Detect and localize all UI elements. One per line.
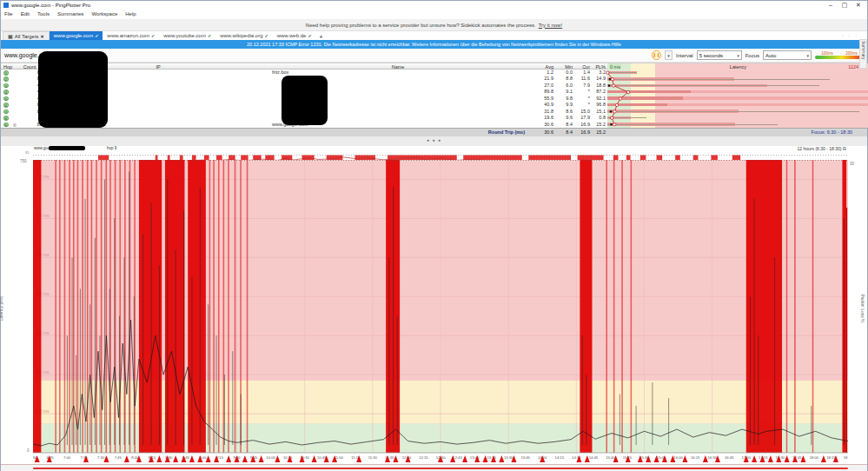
hop-pl: 15.2 [592, 122, 606, 128]
app-icon [3, 3, 9, 8]
y-axis-max: 750 [20, 159, 27, 163]
hop-min: 8.8 [555, 76, 573, 82]
splitter-handle[interactable]: ● ● ● [1, 136, 867, 146]
table-header: Hop Count IP Name Avg Min Cur PL% 0 ms L… [1, 63, 867, 70]
menu-workspace[interactable]: Workspace [91, 11, 117, 17]
footer-avg: 30.6 [524, 129, 553, 136]
hop-number-badge: 3 [3, 83, 9, 89]
hop-cur: 15.0 [574, 109, 590, 115]
hop-cur: 11.6 [574, 76, 590, 82]
y2-axis-label: Packet Loss % [859, 294, 865, 322]
hop-avg: 19.6 [524, 115, 553, 121]
latency-plot[interactable]: 100 ms200 ms300 ms400 ms500 ms600 ms700 … [33, 160, 848, 464]
hop-cur: 1.4 [574, 70, 590, 76]
interval-select[interactable]: 5 seconds ▾ [697, 50, 742, 60]
svg-text:16:00: 16:00 [673, 455, 683, 460]
footer-cur: 16.9 [574, 129, 590, 136]
hop-min: 9.6 [555, 115, 573, 121]
app-window: www.google.com - PingPlotter Pro – ▢ ✕ F… [0, 0, 868, 471]
hop-pl: 18.8 [592, 83, 606, 89]
focus-select[interactable]: Auto ▾ [763, 50, 812, 60]
hop-min: 6.0 [555, 83, 573, 89]
timeline-graph[interactable] [33, 151, 848, 160]
menu-edit[interactable]: Edit [21, 11, 30, 17]
hop-cur: * [574, 102, 590, 108]
svg-text:14:45: 14:45 [589, 455, 599, 460]
check-icon: ✔ [308, 33, 311, 38]
hop-pl: 96.8 [592, 102, 606, 108]
hop-number-badge: 7 [3, 109, 9, 115]
svg-text:16:15: 16:15 [691, 455, 700, 460]
svg-text:7:30: 7:30 [97, 455, 105, 460]
icmp-error-banner[interactable]: 20.12.2021 17:33 ICMP Error 1231: Die Ne… [1, 40, 867, 49]
svg-text:13:30: 13:30 [504, 455, 514, 460]
svg-text:10:00: 10:00 [266, 455, 275, 460]
timeline-ymax: 35 [25, 150, 29, 155]
try-it-now-link[interactable]: Try it now! [539, 23, 562, 28]
maximize-button[interactable]: ▢ [838, 1, 851, 10]
hop-number-badge: 4 [3, 90, 9, 95]
menu-file[interactable]: File [4, 11, 13, 17]
chevron-down-icon[interactable]: ▾ [665, 50, 673, 60]
gradient-bar [815, 56, 864, 59]
svg-text:14:15: 14:15 [555, 455, 565, 460]
hop-number-badge: 9 [3, 123, 9, 128]
close-icon[interactable]: ✕ [41, 34, 44, 39]
chevron-down-icon: ▾ [737, 53, 739, 58]
tab-all-targets[interactable]: ▦ All Targets ✕ [3, 31, 50, 40]
redaction-box-ip [38, 51, 108, 128]
menu-tools[interactable]: Tools [37, 11, 50, 17]
svg-text:7:45: 7:45 [115, 455, 123, 460]
hop-cur: 16.9 [574, 122, 590, 128]
hop-avg: 55.9 [524, 96, 553, 102]
check-icon: ✔ [95, 33, 98, 38]
hop-min: 9.8 [555, 96, 573, 102]
chevron-down-icon: ▾ [806, 53, 809, 58]
menu-help[interactable]: Help [125, 11, 136, 17]
hop-pl: 0.8 [592, 115, 606, 121]
svg-text:16:30: 16:30 [707, 455, 717, 460]
menu-summaries[interactable]: Summaries [57, 11, 83, 17]
pause-button[interactable]: ❚❚ [652, 50, 661, 60]
hop-number-badge: 5 [3, 96, 9, 102]
tab-wikipedia[interactable]: www.wikipedia.org ✔ [215, 31, 273, 40]
hop-pl: 92.1 [592, 96, 606, 102]
hop-avg: 27.0 [524, 83, 553, 89]
hop-pl: 14.9 [592, 76, 606, 82]
hop-cur: 17.9 [574, 115, 590, 121]
svg-text:12:45: 12:45 [453, 455, 462, 460]
footer-min: 8.4 [555, 129, 573, 136]
minimize-button[interactable]: – [824, 1, 838, 10]
hop-min: 8.4 [555, 122, 573, 128]
bottom-scrollbar[interactable] [1, 464, 867, 471]
close-button[interactable]: ✕ [851, 1, 865, 10]
redaction-box-timeline [49, 146, 85, 150]
svg-text:18:30: 18:30 [844, 455, 848, 460]
target-tab-bar: ▦ All Targets ✕ www.google.com ✔ www.ama… [1, 31, 867, 40]
y-axis-label: Latency (ms) [0, 296, 3, 322]
hop-number-badge: 2 [3, 76, 9, 82]
summary-side-tab[interactable]: Summary [859, 39, 867, 69]
tab-webde[interactable]: www.web.de ✔ [273, 31, 316, 40]
svg-text:15:00: 15:00 [606, 455, 615, 460]
add-target-button[interactable]: + [316, 34, 327, 40]
hop-avg: 31.8 [524, 109, 553, 115]
timeline-hop-label: hop 9 [107, 146, 116, 150]
sidekick-notification: Need help proving problems to a service … [1, 19, 867, 31]
focus-range-label: Focus: 6:30 - 18:30 [661, 129, 852, 136]
tab-amazon[interactable]: www.amazon.com ✔ [103, 31, 159, 40]
menu-bar: File Edit Tools Summaries Workspace Help [1, 10, 867, 18]
hop-min: 0.0 [555, 70, 573, 76]
tab-youtube[interactable]: www.youtube.com ✔ [159, 31, 215, 40]
banner-text: 20.12.2021 17:33 ICMP Error 1231: Die Ne… [247, 42, 621, 47]
latency-graph: 750 0 30 Latency (ms) Packet Loss % 100 … [1, 160, 867, 464]
focus-label: Focus [745, 53, 759, 58]
hop-cur: 7.9 [574, 83, 590, 89]
tab-google[interactable]: www.google.com ✔ [50, 31, 103, 40]
hop-avg: 21.9 [524, 76, 553, 82]
timeline-overview: www.google.com hop 9 12 hours (6:30 - 18… [1, 146, 867, 160]
window-title: www.google.com - PingPlotter Pro [11, 3, 90, 8]
hop-min: 8.6 [555, 109, 573, 115]
hop-avg: 30.6 [524, 122, 553, 128]
tab-overflow-icon[interactable]: · · · [842, 33, 858, 38]
